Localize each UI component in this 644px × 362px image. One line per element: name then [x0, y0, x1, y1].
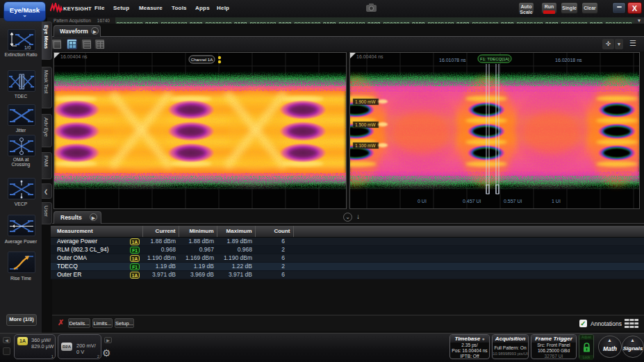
svg-text:0 UI: 0 UI	[418, 199, 427, 204]
svg-text:16.00404 ns: 16.00404 ns	[60, 54, 88, 59]
svg-text:1.100 mW: 1.100 mW	[355, 143, 376, 148]
svg-text:16.00404 ns: 16.00404 ns	[356, 54, 383, 59]
svg-text:1.900 mW: 1.900 mW	[355, 99, 376, 104]
svg-text:Channel 1A: Channel 1A	[191, 58, 213, 62]
svg-text:F1: TDECQ[1A]: F1: TDECQ[1A]	[480, 57, 509, 61]
svg-text:0.557 UI: 0.557 UI	[504, 199, 522, 204]
svg-text:0.457 UI: 0.457 UI	[463, 199, 481, 204]
svg-text:1.500 mW: 1.500 mW	[355, 122, 376, 127]
svg-text:16.02018 ns: 16.02018 ns	[555, 58, 582, 63]
svg-text:1/0: 1/0	[24, 45, 31, 50]
svg-text:16.01078 ns: 16.01078 ns	[439, 58, 466, 63]
svg-text:1 UI: 1 UI	[552, 199, 561, 204]
